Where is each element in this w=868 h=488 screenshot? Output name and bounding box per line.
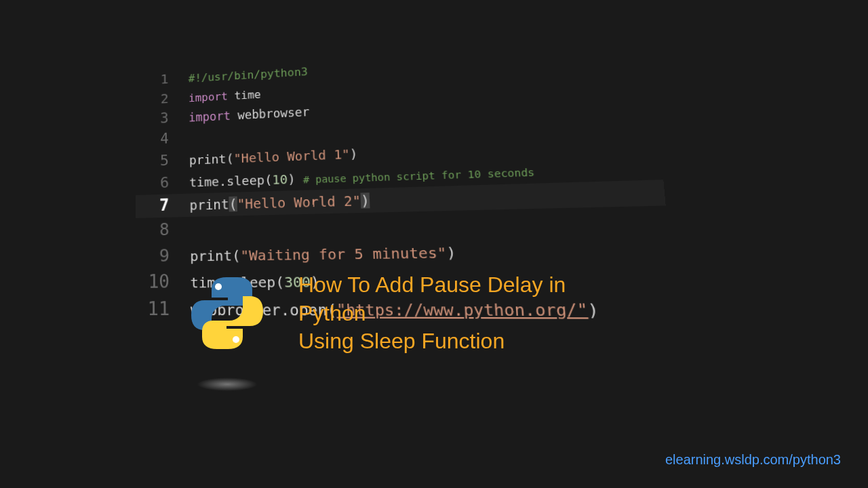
line-number: 2 — [136, 89, 169, 110]
footer-url: elearning.wsldp.com/python3 — [665, 452, 841, 468]
line-number: 10 — [136, 268, 170, 294]
svg-point-1 — [233, 336, 239, 343]
function-call: print — [189, 197, 229, 213]
string-literal: "Waiting for 5 minutes" — [240, 243, 447, 264]
import-keyword: import — [189, 90, 228, 105]
title-section: How To Add Pause Delay in Python Using S… — [190, 271, 637, 356]
module-name: time — [228, 88, 261, 102]
python-logo-icon — [190, 276, 264, 350]
line-number: 1 — [136, 70, 168, 90]
line-number: 4 — [136, 129, 169, 150]
logo-shadow — [197, 378, 258, 391]
line-number: 3 — [136, 109, 169, 130]
comment: # pause python script for 10 seconds — [303, 166, 535, 185]
line-number: 6 — [136, 172, 169, 194]
function-call: time.sleep — [189, 172, 264, 189]
number-literal: 10 — [272, 171, 288, 186]
line-number: 8 — [136, 219, 170, 243]
string-literal: "Hello World 1" — [233, 146, 350, 165]
module-name: webbrowser — [231, 105, 310, 123]
page-title: How To Add Pause Delay in Python Using S… — [298, 271, 637, 356]
line-number-current: 7 — [136, 195, 170, 218]
string-literal: "Hello World 2" — [237, 193, 361, 212]
bracket-highlight: ( — [229, 197, 237, 212]
bracket-highlight: ) — [361, 193, 370, 209]
function-call: print — [189, 151, 226, 167]
title-line-2: Using Sleep Function — [298, 327, 637, 356]
function-call: print — [190, 247, 232, 264]
import-keyword: import — [189, 109, 231, 125]
line-number: 11 — [136, 296, 170, 322]
line-number: 9 — [136, 243, 170, 268]
line-number: 5 — [136, 150, 169, 172]
svg-point-0 — [215, 283, 222, 290]
title-line-1: How To Add Pause Delay in Python — [298, 271, 637, 327]
